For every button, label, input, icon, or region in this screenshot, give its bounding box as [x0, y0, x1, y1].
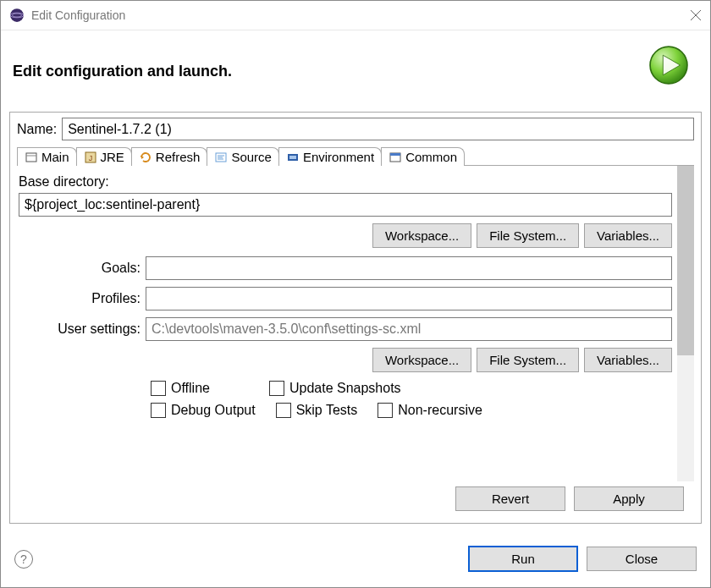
tab-environment[interactable]: Environment: [278, 147, 382, 166]
tab-refresh[interactable]: Refresh: [131, 147, 208, 166]
form-bottom-actions: Revert Apply: [17, 481, 694, 516]
checks-row-2: Debug Output Skip Tests Non-recursive: [151, 403, 672, 418]
form-container: Name: Main J JRE: [9, 112, 702, 524]
svg-text:J: J: [88, 154, 92, 162]
tab-main-label: Main: [41, 150, 69, 164]
tab-common[interactable]: Common: [381, 147, 465, 166]
tab-source[interactable]: Source: [207, 147, 279, 166]
eclipse-icon: [9, 8, 25, 23]
name-label: Name:: [17, 122, 57, 137]
window-title: Edit Configuration: [31, 8, 690, 22]
user-settings-filesystem-button[interactable]: File System...: [477, 348, 579, 372]
checks-row-1: Offline Update Snapshots: [151, 381, 672, 396]
base-dir-btn-row: Workspace... File System... Variables...: [19, 223, 672, 248]
goals-label: Goals:: [19, 261, 146, 276]
help-icon[interactable]: ?: [14, 550, 33, 569]
offline-check[interactable]: Offline: [151, 381, 210, 396]
close-icon[interactable]: [690, 9, 702, 21]
goals-input[interactable]: [146, 256, 672, 280]
main-tab-icon: [25, 151, 38, 164]
user-settings-input[interactable]: [146, 317, 672, 341]
run-large-icon: [646, 42, 692, 88]
base-dir-workspace-button[interactable]: Workspace...: [372, 223, 471, 248]
user-settings-label: User settings:: [19, 321, 146, 337]
profiles-input[interactable]: [146, 287, 672, 310]
update-snapshots-check[interactable]: Update Snapshots: [269, 381, 401, 396]
non-recursive-check[interactable]: Non-recursive: [378, 403, 482, 418]
page-title: Edit configuration and launch.: [13, 63, 646, 80]
base-dir-label: Base directory:: [19, 174, 672, 190]
tab-main[interactable]: Main: [17, 147, 77, 166]
svg-rect-20: [390, 153, 400, 156]
svg-rect-18: [289, 156, 296, 159]
tab-content-scroll: Base directory: Workspace... File System…: [17, 166, 694, 481]
skip-tests-checkbox-label: Skip Tests: [296, 403, 358, 418]
tab-jre-label: JRE: [101, 150, 124, 164]
close-button[interactable]: Close: [587, 547, 697, 571]
environment-tab-icon: [286, 151, 300, 164]
revert-button[interactable]: Revert: [455, 486, 565, 511]
name-row: Name:: [17, 118, 694, 140]
vertical-scrollbar[interactable]: [677, 166, 694, 481]
svg-marker-12: [141, 156, 144, 159]
skip-tests-checkbox-box[interactable]: [276, 403, 291, 418]
debug-output-check[interactable]: Debug Output: [151, 403, 256, 418]
tabstrip: Main J JRE Refresh: [17, 146, 694, 166]
non-recursive-checkbox-box[interactable]: [378, 403, 393, 418]
skip-tests-check[interactable]: Skip Tests: [276, 403, 358, 418]
name-input[interactable]: [62, 118, 694, 140]
dialog-footer: ? Run Close: [1, 530, 710, 587]
tab-source-label: Source: [231, 150, 272, 164]
common-tab-icon: [389, 151, 402, 164]
dialog-window: Edit Configuration Edit configuration an…: [0, 0, 711, 588]
user-settings-btn-row: Workspace... File System... Variables...: [19, 348, 672, 372]
offline-checkbox-label: Offline: [171, 381, 210, 396]
update-snapshots-checkbox-label: Update Snapshots: [289, 381, 401, 396]
base-dir-input[interactable]: [19, 193, 672, 217]
debug-output-checkbox-box[interactable]: [151, 403, 166, 418]
source-tab-icon: [214, 151, 228, 164]
user-settings-workspace-button[interactable]: Workspace...: [372, 348, 471, 372]
base-dir-filesystem-button[interactable]: File System...: [477, 223, 579, 248]
title-bar: Edit Configuration: [1, 1, 710, 30]
run-button[interactable]: Run: [468, 546, 578, 572]
non-recursive-checkbox-label: Non-recursive: [398, 403, 482, 418]
svg-rect-8: [26, 153, 36, 162]
scrollbar-thumb[interactable]: [677, 166, 694, 355]
user-settings-variables-button[interactable]: Variables...: [584, 348, 672, 372]
jre-tab-icon: J: [84, 151, 97, 164]
tab-environment-label: Environment: [303, 150, 374, 164]
profiles-label: Profiles:: [19, 291, 146, 306]
base-dir-variables-button[interactable]: Variables...: [584, 223, 672, 248]
debug-output-checkbox-label: Debug Output: [171, 403, 256, 418]
tab-jre[interactable]: J JRE: [76, 147, 132, 166]
tab-common-label: Common: [405, 150, 457, 164]
tab-refresh-label: Refresh: [156, 150, 201, 164]
refresh-tab-icon: [139, 151, 152, 164]
update-snapshots-checkbox-box[interactable]: [269, 381, 284, 396]
apply-button[interactable]: Apply: [574, 486, 684, 511]
settings-grid: Goals: Profiles: User settings:: [19, 256, 672, 341]
dialog-header: Edit configuration and launch.: [1, 30, 710, 112]
main-tab-panel: Base directory: Workspace... File System…: [17, 166, 677, 481]
offline-checkbox-box[interactable]: [151, 381, 166, 396]
